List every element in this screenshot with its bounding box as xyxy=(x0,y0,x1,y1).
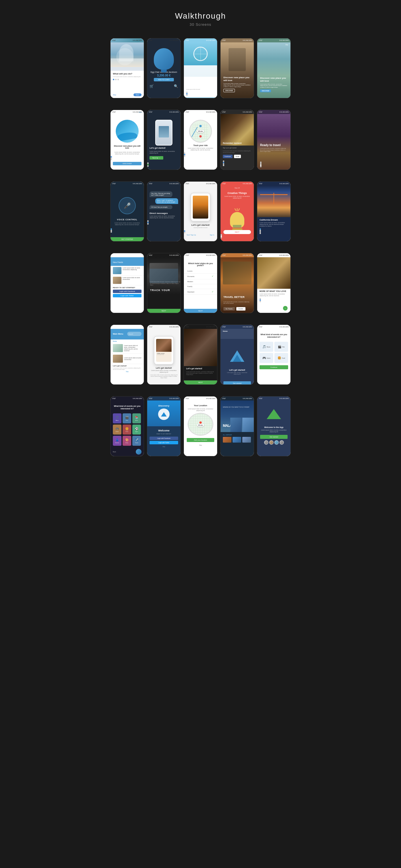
phone-screen-24: AT&T 9:41 AM 100% Home Let's get started… xyxy=(220,324,254,385)
event-food-25[interactable]: 🍔Food xyxy=(274,353,288,363)
discovery-title: Discovery xyxy=(150,404,178,407)
track-next-btn[interactable]: NEXT xyxy=(147,309,181,313)
voice-control-desc: Lorem ipsum dolor sit amet, consectetur … xyxy=(111,221,144,227)
discover-btn-6[interactable]: DISCOVER xyxy=(113,162,142,165)
hotel-family[interactable]: Family xyxy=(184,284,217,289)
phone-screen-27: AT&T 9:41 AM 100% Discovery Welcome READ… xyxy=(147,396,181,456)
skip-27[interactable]: Skip xyxy=(147,446,181,447)
tw-login-btn-27[interactable]: Login with Twitter xyxy=(150,441,178,444)
skip-link-21[interactable]: Skip xyxy=(111,370,144,373)
feed-text-2: Lorem ipsum dolor sit amet consectetur xyxy=(123,277,142,284)
event-music-26[interactable]: 🎵Music xyxy=(113,413,121,424)
more-love-desc: Lorem ipsum dolor sit amet, consectetur … xyxy=(257,293,290,297)
more-love-title: MORE OF WHAT YOU LOVE xyxy=(257,289,290,293)
add-to-cart-btn[interactable]: ADD TO CART xyxy=(154,78,174,81)
hotel-next-btn[interactable]: NEXT xyxy=(184,309,217,313)
screen-row-6: AT&T 9:41 AM 100% What kind of events ar… xyxy=(0,391,401,462)
new-signup-btn[interactable]: New? Sign Up xyxy=(187,234,196,236)
get-started-btn-11[interactable]: GET STARTED xyxy=(111,237,144,241)
hotel-romantic[interactable]: Romantic ✓ xyxy=(184,274,217,279)
screen-4-desc: Lorem ipsum dolor sit amet, consectetur … xyxy=(223,83,251,88)
hotel-luxury[interactable]: Luxury xyxy=(184,269,217,274)
hotel-modern[interactable]: Modern xyxy=(184,279,217,284)
event-game-26[interactable]: 🎮Game xyxy=(113,425,121,435)
back-btn-26[interactable]: Back xyxy=(113,451,116,453)
arrow-btn-20[interactable]: → xyxy=(283,306,287,311)
screen-1-desc: Lorem ipsum dolor sit amet, consectetur … xyxy=(113,76,142,78)
track-desc: Lorem ipsum dolor sit amet, consectetur … xyxy=(150,281,181,286)
all-airport-link[interactable]: ALL AIRPORT xyxy=(220,433,254,436)
enable-btn[interactable]: Enable xyxy=(236,307,245,311)
phone-screen-28: AT&T 9:41 AM 100% Your Location Lorem ip… xyxy=(184,396,217,456)
screen-row-5: AT&T 9:41 AM 100% Main Menu Search Home … xyxy=(0,319,401,391)
fb-login-btn-27[interactable]: Login with Facebook xyxy=(150,437,178,440)
screen-13-title: Let's get started! xyxy=(184,224,217,226)
get-started-btn-30[interactable]: Get started xyxy=(260,435,287,439)
screen-4-title: Discover new place you will love xyxy=(223,76,251,82)
phone-screen-1: AT&T 9:41 AM 100% What will you do? Lore… xyxy=(110,38,144,98)
skip-28[interactable]: Skip xyxy=(184,444,217,446)
step-label: Step 2/5 xyxy=(220,187,254,189)
location-title: Your Location xyxy=(184,401,217,408)
hotel-standard[interactable]: Standard ✓ xyxy=(184,289,217,295)
event-game-25[interactable]: 🎮Game xyxy=(259,353,273,363)
california-title: California Dream xyxy=(257,217,290,222)
discover-btn-5[interactable]: DISCOVER xyxy=(260,89,271,93)
email-btn[interactable]: Email xyxy=(234,155,241,158)
home-link[interactable]: Home xyxy=(111,339,144,343)
event-film-25[interactable]: 🎬Film xyxy=(274,342,288,352)
no-thanks-btn[interactable]: No Thanks xyxy=(223,307,235,311)
creative-next-btn[interactable]: NEXT xyxy=(223,230,251,234)
add-location-btn[interactable]: Add your location xyxy=(187,438,214,442)
menu-title: Main Menu xyxy=(113,333,123,335)
welcome-text-27: Welcome xyxy=(147,428,181,433)
tw-login-btn[interactable]: Login with Twitter xyxy=(113,294,142,297)
time-badge-28: 29 min xyxy=(197,424,204,427)
skip-label-5[interactable]: Skip xyxy=(285,44,288,45)
phone-screen-19: AT&T 9:41 AM 100% TRAVEL BETTER Lorem ip… xyxy=(220,253,254,313)
next-btn[interactable]: Next xyxy=(133,93,142,96)
skip-btn[interactable]: Skip xyxy=(113,94,116,96)
signin-btn[interactable]: Sign In xyxy=(210,234,214,236)
event-fashion-26[interactable]: 👗Fashion xyxy=(113,436,121,446)
avatar-30-3 xyxy=(274,440,279,444)
fb-login-btn[interactable]: Login with Facebook xyxy=(113,290,142,293)
search-field[interactable]: Search xyxy=(127,332,142,336)
phone-screen-11: AT&T 9:41 AM 100% 🎤 VOICE CONTROL Lorem … xyxy=(110,181,144,242)
moment-text: Remember moment xyxy=(223,142,242,144)
screen-row-2: AT&T 9:41 AM 100% Skip Discover new plac… xyxy=(0,104,401,176)
phone-screen-8: AT&T 9:41 AM 100% 29 min Track your ride… xyxy=(184,110,217,170)
continue-btn-25[interactable]: Continue xyxy=(259,365,288,369)
facebook-btn[interactable]: Facebook xyxy=(223,155,233,158)
discover-btn-4[interactable]: DISCOVER xyxy=(223,89,235,93)
phone-screen-4: AT&T 9:41 AM 100% Discover new place you… xyxy=(220,38,254,98)
screen-22-desc: Lorem ipsum dolor sit amet, consectetur … xyxy=(147,369,181,374)
phone-screen-17: AT&T 9:41 AM 100% TRACK YOUR Lorem ipsum… xyxy=(147,253,181,313)
feed-text-1: Lorem ipsum dolor sit amet, consectetur … xyxy=(123,267,142,274)
screen-7-title: Let's get started! xyxy=(147,146,181,150)
restaurant-next-btn[interactable]: NEXT xyxy=(184,380,217,384)
screen-5-title: Discover new place you will love xyxy=(260,77,287,83)
event-draw-26[interactable]: 🎨Draw xyxy=(123,436,131,446)
event-book-26[interactable]: 📚Book xyxy=(132,413,141,424)
started-text-21: Let's get started! xyxy=(111,364,144,367)
next-tip-btn[interactable]: Next tip → xyxy=(150,156,163,160)
voice-control-title: VOICE CONTROL xyxy=(111,219,144,221)
feeds-header: New Feeds xyxy=(111,257,144,266)
screen-22-title: Let's get started! xyxy=(147,367,181,369)
creative-title: Creative Things xyxy=(220,192,254,194)
california-desc: Lorem ipsum dolor sit amet, consectetur … xyxy=(257,222,290,227)
phone-screen-20: AT&T 9:41 AM 100% MORE OF WHAT YOU LOVE … xyxy=(257,253,291,313)
event-music-25[interactable]: 🎵Music xyxy=(259,342,273,352)
phone-screen-3: AT&T 9:41 AM 100% What will you do? Lore… xyxy=(184,38,217,98)
get-started-btn-24[interactable]: Get started xyxy=(223,381,251,384)
event-travel-26[interactable]: ✈️Travel xyxy=(132,436,141,446)
ready-travel-title: Ready to travel xyxy=(260,144,287,147)
event-food-26[interactable]: 🍔Food xyxy=(123,425,131,435)
time-badge: 29 min xyxy=(197,130,204,133)
search-label: Search xyxy=(129,333,133,335)
moment-desc: Lorem ipsum dolor sit amet, consectetur … xyxy=(223,150,251,153)
track-title: TRACK YOUR xyxy=(150,289,170,291)
event-film-26[interactable]: 🎬Film xyxy=(123,413,131,424)
event-sport-26[interactable]: ⚽Sport xyxy=(132,425,141,435)
